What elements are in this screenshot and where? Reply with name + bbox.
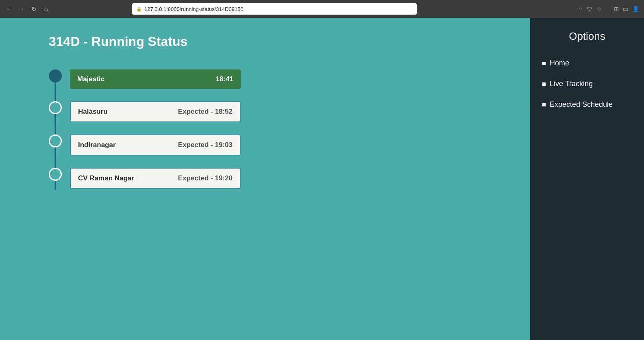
timeline-dot (49, 134, 62, 147)
toolbar-icon[interactable]: ⊞ (614, 6, 619, 12)
sidebar-bullet-icon (542, 103, 546, 106)
station-card-inner: IndiranagarExpected - 19:03 (71, 135, 240, 155)
sidebar-item-live-tracking[interactable]: Live Tracking (542, 80, 632, 88)
station-card: HalasuruExpected - 18:52 (70, 101, 241, 122)
app-container: 314D - Running Status Majestic18:41Halas… (0, 18, 644, 340)
station-time: Expected - 19:03 (178, 141, 233, 149)
sidebar-bullet-icon (542, 62, 546, 65)
back-button[interactable]: ← (5, 4, 14, 13)
station-time: Expected - 18:52 (178, 108, 233, 116)
sidebar-item-label: Live Tracking (550, 80, 593, 88)
browser-chrome: ← → ↻ ⌂ 🔒 127.0.0.1:8000/running-status/… (0, 0, 644, 18)
station-time: Expected - 19:20 (178, 174, 233, 182)
timeline: Majestic18:41HalasuruExpected - 18:52Ind… (49, 69, 506, 201)
station-time: 18:41 (216, 75, 233, 83)
station-card: CV Raman NagarExpected - 19:20 (70, 168, 241, 189)
page-title: 314D - Running Status (49, 34, 506, 49)
sidebar: Options HomeLive TrackingExpected Schedu… (530, 18, 644, 340)
timeline-item: Majestic18:41 (49, 69, 241, 89)
forward-button[interactable]: → (17, 4, 26, 13)
browser-tools: ⋯ 🛡 ☆ ⊞ ▭ 👤 (577, 6, 639, 12)
more-tools-icon[interactable]: ⋯ (577, 6, 583, 12)
timeline-dot (49, 168, 62, 181)
dot-container (49, 134, 62, 147)
station-card-inner: HalasuruExpected - 18:52 (71, 102, 240, 121)
address-bar[interactable]: 🔒 127.0.0.1:8000/running-status/314D0915… (132, 3, 417, 15)
timeline-dot (49, 101, 62, 114)
sidebar-item-label: Home (550, 59, 569, 67)
dot-container (49, 168, 62, 181)
main-content: 314D - Running Status Majestic18:41Halas… (0, 18, 530, 340)
timeline-item: CV Raman NagarExpected - 19:20 (49, 168, 241, 189)
station-card-inner: Majestic18:41 (70, 69, 241, 89)
sidebar-bullet-icon (542, 82, 546, 86)
station-name: Halasuru (78, 108, 108, 116)
station-name: CV Raman Nagar (78, 174, 134, 182)
timeline-item: HalasuruExpected - 18:52 (49, 101, 241, 122)
reload-button[interactable]: ↻ (29, 4, 38, 13)
sidebar-icon[interactable]: ▭ (623, 6, 628, 12)
url-text: 127.0.0.1:8000/running-status/314D09150 (144, 6, 244, 12)
station-card: IndiranagarExpected - 19:03 (70, 134, 241, 156)
dot-container (49, 101, 62, 114)
home-button[interactable]: ⌂ (41, 4, 50, 13)
timeline-item: IndiranagarExpected - 19:03 (49, 134, 241, 156)
dot-container (49, 69, 62, 82)
security-icon: 🔒 (136, 6, 142, 12)
profile-icon[interactable]: 👤 (632, 6, 639, 12)
sidebar-item-label: Expected Schedule (550, 100, 613, 109)
sidebar-title: Options (542, 30, 632, 43)
bookmark-icon[interactable]: ☆ (596, 6, 602, 12)
sidebar-item-expected-schedule[interactable]: Expected Schedule (542, 100, 632, 109)
sidebar-nav: HomeLive TrackingExpected Schedule (542, 59, 632, 109)
shield-icon[interactable]: 🛡 (587, 6, 592, 12)
station-name: Indiranagar (78, 141, 116, 149)
timeline-dot (49, 69, 62, 82)
sidebar-item-home[interactable]: Home (542, 59, 632, 67)
station-name: Majestic (77, 75, 104, 83)
station-card-inner: CV Raman NagarExpected - 19:20 (71, 169, 240, 188)
station-card: Majestic18:41 (70, 69, 241, 89)
